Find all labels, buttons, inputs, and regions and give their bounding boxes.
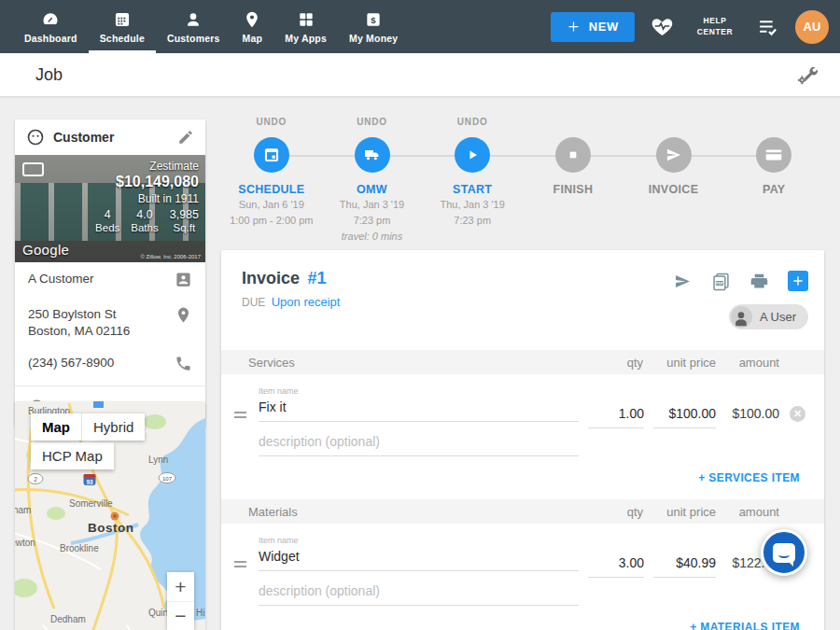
send-plane-icon <box>665 146 683 164</box>
property-stats: 4 Beds 4.0 Baths 3,985 Sq.ft <box>95 208 199 233</box>
svg-text:107: 107 <box>162 476 173 482</box>
invoice-number[interactable]: #1 <box>307 269 326 287</box>
print-button[interactable] <box>749 272 769 291</box>
amount-column-header: amount <box>739 505 779 519</box>
invoice-step-button[interactable] <box>656 137 692 173</box>
add-invoice-button[interactable] <box>788 271 808 291</box>
invoice-title: Invoice <box>242 269 300 287</box>
customer-name-row: A Customer <box>15 262 205 298</box>
page-title: Job <box>35 65 63 85</box>
drag-handle-icon[interactable] <box>234 412 246 421</box>
plus-icon <box>567 20 581 34</box>
nav-right-controls: NEW HELP CENTER AU <box>551 0 829 53</box>
materials-section-header: Materials qty unit price amount <box>221 499 824 524</box>
schedule-step-button[interactable] <box>254 137 289 173</box>
add-services-item-button[interactable]: + SERVICES ITEM <box>221 456 824 499</box>
built-year: Built in 1911 <box>95 192 199 205</box>
stat-sqft: 3,985 Sq.ft <box>170 208 199 233</box>
wrench-gear-icon <box>796 64 818 86</box>
description-input[interactable] <box>259 431 579 456</box>
hcp-map-button[interactable]: HCP Map <box>31 442 114 469</box>
drag-handle-icon[interactable] <box>234 561 246 570</box>
chat-fab-button[interactable] <box>761 529 807 576</box>
contact-card-button[interactable] <box>175 271 192 291</box>
help-center-button[interactable]: HELP CENTER <box>690 16 740 37</box>
start-step-button[interactable] <box>455 137 490 173</box>
customer-address: 250 Boylston St Boston, MA 02116 <box>28 306 130 340</box>
checklist-icon <box>756 15 779 38</box>
invoice-card: Invoice #1 DUE Upon receipt PDF <box>221 250 824 630</box>
undo-schedule-button[interactable]: UNDO <box>257 117 287 129</box>
qty-input[interactable] <box>588 403 644 428</box>
add-materials-item-button[interactable]: + MATERIALS ITEM <box>221 606 824 630</box>
street-view-icon[interactable] <box>22 162 44 176</box>
due-value-link[interactable]: Upon receipt <box>272 295 341 309</box>
stat-value: 4 <box>95 208 119 221</box>
user-avatar[interactable]: AU <box>795 10 829 44</box>
timeline-step-omw: UNDO OMW Thu, Jan 3 '19 7:23 pm travel: … <box>322 117 423 244</box>
undo-start-button[interactable]: UNDO <box>457 117 488 129</box>
dashboard-icon <box>41 10 60 29</box>
hybrid-layer-button[interactable]: Hybrid <box>81 413 145 441</box>
map-location-button[interactable] <box>175 306 192 327</box>
health-heart-button[interactable] <box>651 15 674 38</box>
item-name-input[interactable] <box>259 546 579 571</box>
step-label: START <box>453 183 492 196</box>
call-button[interactable] <box>175 355 192 375</box>
send-invoice-button[interactable] <box>673 272 693 291</box>
remove-item-button[interactable]: ✕ <box>790 406 805 422</box>
qty-column-header: qty <box>627 356 643 370</box>
edit-customer-button[interactable] <box>177 129 194 146</box>
material-line-item: Item name $122.97 <box>221 524 824 606</box>
pencil-icon <box>177 129 194 146</box>
credit-card-icon <box>764 146 783 164</box>
person-icon <box>732 309 750 328</box>
nav-item-schedule[interactable]: Schedule <box>89 0 156 53</box>
omw-step-button[interactable] <box>355 137 390 173</box>
map-layer-switcher: Map Hybrid <box>31 413 145 441</box>
step-label: INVOICE <box>649 183 699 196</box>
customer-card-header: Customer <box>15 119 205 155</box>
section-name: Services <box>221 356 295 370</box>
zoom-out-button[interactable]: − <box>167 601 194 630</box>
assignee-chip[interactable]: A User <box>729 304 808 329</box>
pay-step-button[interactable] <box>756 137 791 173</box>
unit-price-input[interactable] <box>653 553 716 578</box>
new-button[interactable]: NEW <box>551 12 635 42</box>
qty-input[interactable] <box>588 553 644 578</box>
printer-icon <box>749 272 769 291</box>
timeline-step-invoice: INVOICE <box>623 117 724 244</box>
nav-item-my-money[interactable]: $ My Money <box>338 0 409 53</box>
step-time: 7:23 pm <box>454 214 491 228</box>
nav-item-dashboard[interactable]: Dashboard <box>13 0 89 53</box>
play-icon <box>463 146 482 164</box>
new-button-label: NEW <box>589 20 619 34</box>
undo-omw-button[interactable]: UNDO <box>357 117 387 129</box>
unit-price-input[interactable] <box>653 403 716 428</box>
nav-item-my-apps[interactable]: My Apps <box>273 0 338 53</box>
map-card: 2 93 107 Burlington Lynn Somerville <box>15 401 205 630</box>
zoom-in-button[interactable]: + <box>167 572 194 601</box>
job-settings-button[interactable] <box>796 64 818 86</box>
line-amount: $100.00 <box>725 406 779 421</box>
pdf-icon: PDF <box>711 272 731 291</box>
map-marker-top <box>93 401 104 408</box>
nav-item-map[interactable]: Map <box>231 0 274 53</box>
finish-step-button[interactable] <box>555 137 591 173</box>
item-name-input[interactable] <box>259 397 579 422</box>
map-label: Hingham <box>196 608 205 618</box>
customer-card-title: Customer <box>53 130 114 145</box>
description-input[interactable] <box>259 581 579 606</box>
map-label: Lynn <box>148 455 168 465</box>
nav-item-customers[interactable]: Customers <box>156 0 231 53</box>
map-layer-button[interactable]: Map <box>31 413 81 441</box>
schedule-icon <box>113 10 132 29</box>
i93-shield: 93 <box>84 474 96 485</box>
invoice-header: Invoice #1 DUE Upon receipt PDF <box>221 250 824 350</box>
timeline-step-start: UNDO START Thu, Jan 3 '19 7:23 pm <box>422 117 523 244</box>
heart-pulse-icon <box>651 15 674 38</box>
tasks-button[interactable] <box>756 15 779 38</box>
pdf-button[interactable]: PDF <box>711 272 731 291</box>
nav-label: Dashboard <box>24 33 77 44</box>
property-photo[interactable]: Zestimate $10,149,080 Built in 1911 4 Be… <box>15 155 205 262</box>
